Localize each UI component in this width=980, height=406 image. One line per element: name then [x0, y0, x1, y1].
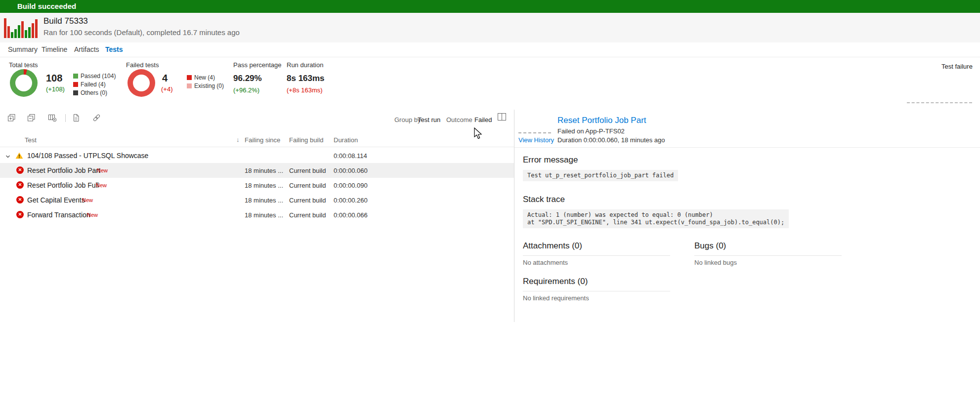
- column-header-failing-since[interactable]: Failing since: [245, 136, 280, 144]
- duration-cell: 0:00:00.066: [334, 211, 368, 219]
- new-badge: New: [87, 212, 98, 218]
- legend-new: New (4): [187, 74, 215, 81]
- failed-test-icon: ✕: [16, 196, 24, 203]
- detail-duration-text: Duration 0:00:00.060, 18 minutes ago: [557, 136, 665, 144]
- column-options-icon[interactable]: [48, 114, 57, 124]
- test-name: Reset Portfolio Job Full: [27, 181, 99, 189]
- legend-passed: Passed (104): [73, 73, 116, 80]
- legend-failed-label: Failed (4): [81, 81, 106, 88]
- warning-icon: [15, 152, 23, 161]
- duration-cell: 0:00:00.260: [334, 197, 368, 204]
- legend-others: Others (0): [73, 89, 107, 96]
- total-tests-delta: (+108): [46, 85, 65, 93]
- failing-since-cell: 18 minutes ...: [245, 211, 283, 219]
- outcome-label: Outcome: [446, 116, 472, 123]
- failing-since-cell: 18 minutes ...: [245, 167, 283, 174]
- collapse-all-icon[interactable]: [27, 114, 36, 124]
- new-badge: New: [82, 197, 93, 203]
- pass-percentage-delta: (+96.2%): [233, 86, 259, 94]
- failing-build-cell: Current build: [289, 211, 326, 219]
- group-by-label: Group by: [394, 116, 421, 123]
- total-tests-donut-chart: [10, 69, 38, 97]
- run-duration-delta: (+8s 163ms): [287, 86, 323, 94]
- table-row[interactable]: ✕ Reset Portfolio Job Full New 18 minute…: [0, 178, 514, 193]
- group-row-title: 104/108 Passed - UTPLSQL Showcase: [27, 152, 148, 160]
- results-table-header: Test ↓ Failing since Failing build Durat…: [0, 132, 514, 147]
- failed-tests-donut-chart: [128, 69, 155, 97]
- build-title: Build 75333: [43, 16, 88, 26]
- existing-swatch: [187, 83, 192, 88]
- failed-swatch: [73, 82, 78, 87]
- legend-existing: Existing (0): [187, 82, 224, 89]
- legend-passed-label: Passed (104): [81, 73, 116, 80]
- chevron-down-icon[interactable]: [5, 153, 11, 162]
- document-icon[interactable]: [72, 114, 80, 124]
- tab-timeline[interactable]: Timeline: [42, 42, 67, 57]
- build-subtitle: Ran for 100 seconds (Default), completed…: [43, 28, 240, 37]
- duration-cell: 0:00:00.090: [334, 182, 368, 189]
- new-swatch: [187, 75, 192, 80]
- new-badge: New: [96, 182, 107, 188]
- failing-since-cell: 18 minutes ...: [245, 197, 283, 204]
- error-message-heading: Error message: [523, 155, 578, 165]
- error-message-text: Test ut_p_reset_portfolio_job_part faile…: [523, 170, 678, 181]
- build-status-banner: Build succeeded: [0, 0, 980, 13]
- column-header-failing-build[interactable]: Failing build: [289, 136, 323, 144]
- test-summary-stats: Total tests 108 (+108) Passed (104) Fail…: [0, 58, 980, 109]
- toolbar-separator: [65, 114, 66, 122]
- link-icon[interactable]: [92, 114, 101, 124]
- failing-build-cell: Current build: [289, 182, 326, 189]
- test-name: Reset Portfolio Job Part: [27, 166, 100, 174]
- expand-all-icon[interactable]: [7, 114, 16, 124]
- pass-percentage-label: Pass percentage: [233, 61, 282, 69]
- failed-test-icon: ✕: [16, 181, 24, 189]
- stack-trace-heading: Stack trace: [523, 195, 565, 204]
- test-results-pane: Group by Test run Outcome Failed Test ↓ …: [0, 110, 514, 322]
- group-row[interactable]: 104/108 Passed - UTPLSQL Showcase 0:00:0…: [0, 148, 514, 163]
- detail-icon-placeholder: [518, 132, 551, 133]
- duration-cell: 0:00:00.060: [334, 167, 368, 174]
- total-tests-value: 108: [46, 73, 62, 84]
- failing-since-cell: 18 minutes ...: [245, 182, 283, 189]
- test-name: Get Capital Events: [27, 196, 85, 204]
- detail-header-divider: [514, 147, 980, 148]
- tab-bar: Summary Timeline Artifacts Tests: [0, 42, 980, 57]
- test-detail-title: Reset Portfolio Job Part: [557, 116, 646, 125]
- passed-swatch: [73, 74, 78, 79]
- trend-dashed-placeholder: [907, 102, 972, 103]
- pass-percentage-value: 96.29%: [233, 74, 262, 83]
- run-duration-value: 8s 163ms: [287, 74, 325, 83]
- legend-existing-label: Existing (0): [194, 82, 224, 89]
- test-failure-trend-label: Test failure: [941, 63, 973, 70]
- tab-artifacts[interactable]: Artifacts: [74, 42, 99, 57]
- table-row[interactable]: ✕ Get Capital Events New 18 minutes ... …: [0, 193, 514, 207]
- failed-tests-delta: (+4): [161, 85, 172, 93]
- table-row[interactable]: ✕ Reset Portfolio Job Part New 18 minute…: [0, 163, 514, 178]
- outcome-dropdown[interactable]: Failed: [474, 116, 492, 123]
- group-by-dropdown[interactable]: Test run: [418, 116, 440, 123]
- bugs-empty-text: No linked bugs: [694, 259, 737, 266]
- run-duration-label: Run duration: [287, 61, 323, 69]
- legend-others-label: Others (0): [81, 89, 107, 96]
- tab-summary[interactable]: Summary: [8, 42, 38, 57]
- table-row[interactable]: ✕ Forward Transaction New 18 minutes ...…: [0, 207, 514, 222]
- failed-tests-label: Failed tests: [126, 61, 159, 69]
- view-history-link[interactable]: View History: [518, 136, 554, 144]
- failed-tests-value: 4: [162, 73, 168, 84]
- toggle-details-pane-icon[interactable]: [497, 113, 507, 123]
- group-row-duration: 0:00:08.114: [334, 152, 367, 160]
- attachments-heading: Attachments (0): [523, 241, 670, 256]
- failed-test-icon: ✕: [16, 211, 24, 218]
- failed-test-icon: ✕: [16, 166, 24, 174]
- test-details-pane: Reset Portfolio Job Part Failed on App-P…: [514, 110, 980, 322]
- legend-failed: Failed (4): [73, 81, 106, 88]
- failing-build-cell: Current build: [289, 197, 326, 204]
- sort-desc-icon: ↓: [236, 136, 240, 143]
- tab-tests[interactable]: Tests: [105, 42, 123, 57]
- requirements-heading: Requirements (0): [523, 277, 670, 291]
- attachments-empty-text: No attachments: [523, 259, 568, 266]
- column-header-duration[interactable]: Duration: [334, 136, 358, 144]
- stack-trace-line1: Actual: 1 (number) was expected to equal…: [527, 211, 713, 218]
- stack-trace-line2: at "SPD.UT_SPI_ENGINE", line 341 ut.expe…: [527, 219, 784, 226]
- column-header-test[interactable]: Test: [25, 136, 37, 144]
